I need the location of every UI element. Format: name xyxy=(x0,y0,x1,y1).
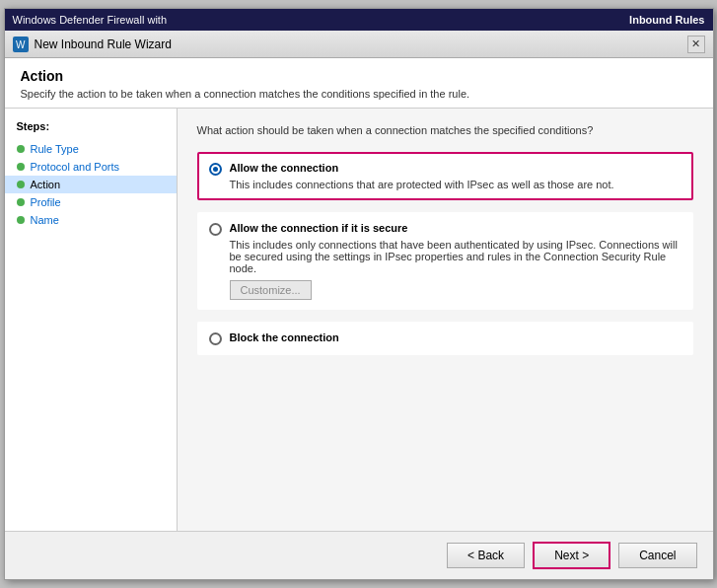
sidebar-item-protocol[interactable]: Protocol and Ports xyxy=(5,158,177,176)
dialog-header: Action Specify the action to be taken wh… xyxy=(5,58,713,109)
option-block-box[interactable]: Block the connection xyxy=(197,322,693,355)
option-secure-label: Allow the connection if it is secure xyxy=(230,222,408,234)
sidebar-label-name: Name xyxy=(31,214,59,226)
step-dot-protocol xyxy=(17,163,25,171)
radio-allow-secure[interactable] xyxy=(209,223,222,236)
step-dot-name xyxy=(17,216,25,224)
sidebar-item-profile[interactable]: Profile xyxy=(5,193,177,211)
radio-block[interactable] xyxy=(209,332,222,345)
steps-sidebar: Steps: Rule Type Protocol and Ports Acti… xyxy=(5,109,178,531)
option-secure-row: Allow the connection if it is secure xyxy=(209,222,681,236)
close-button[interactable]: ✕ xyxy=(687,36,705,53)
next-button[interactable]: Next > xyxy=(533,542,610,569)
cancel-button[interactable]: Cancel xyxy=(618,543,696,568)
sidebar-label-profile: Profile xyxy=(31,196,61,208)
sidebar-item-rule-type[interactable]: Rule Type xyxy=(5,140,177,158)
option-allow-desc: This includes connections that are prote… xyxy=(230,179,681,190)
step-dot-action xyxy=(17,181,25,188)
step-dot-rule-type xyxy=(17,145,25,153)
svg-text:W: W xyxy=(16,39,26,50)
title-bar: W New Inbound Rule Wizard ✕ xyxy=(5,31,713,58)
option-allow-label: Allow the connection xyxy=(230,162,339,174)
sidebar-label-protocol: Protocol and Ports xyxy=(31,161,120,173)
sidebar-item-name[interactable]: Name xyxy=(5,211,177,229)
dialog-footer: < Back Next > Cancel xyxy=(5,531,713,579)
sidebar-label-rule-type: Rule Type xyxy=(31,143,79,155)
radio-allow[interactable] xyxy=(209,163,222,176)
main-content: What action should be taken when a conne… xyxy=(178,109,713,531)
customize-button[interactable]: Customize... xyxy=(230,280,312,300)
option-allow-row: Allow the connection xyxy=(209,162,681,176)
back-button[interactable]: < Back xyxy=(447,543,525,568)
step-dot-profile xyxy=(17,198,25,206)
option-secure-box[interactable]: Allow the connection if it is secure Thi… xyxy=(197,212,693,310)
wizard-icon: W xyxy=(13,37,29,52)
options-group: Allow the connection This includes conne… xyxy=(197,152,693,355)
app-topbar: Windows Defender Firewall with Inbound R… xyxy=(5,9,713,31)
section-title: Inbound Rules xyxy=(629,14,704,26)
steps-label: Steps: xyxy=(5,120,177,140)
app-title: Windows Defender Firewall with xyxy=(13,14,630,26)
dialog-title: New Inbound Rule Wizard xyxy=(35,37,172,51)
sidebar-label-action: Action xyxy=(31,179,61,190)
question-text: What action should be taken when a conne… xyxy=(197,124,693,136)
option-secure-desc: This includes only connections that have… xyxy=(230,239,681,274)
dialog-body: Steps: Rule Type Protocol and Ports Acti… xyxy=(5,109,713,531)
page-title: Action xyxy=(21,68,697,84)
sidebar-item-action[interactable]: Action xyxy=(5,176,177,193)
option-block-label: Block the connection xyxy=(230,331,339,343)
page-description: Specify the action to be taken when a co… xyxy=(21,88,697,100)
option-block-row: Block the connection xyxy=(209,331,681,345)
option-allow-box[interactable]: Allow the connection This includes conne… xyxy=(197,152,693,200)
